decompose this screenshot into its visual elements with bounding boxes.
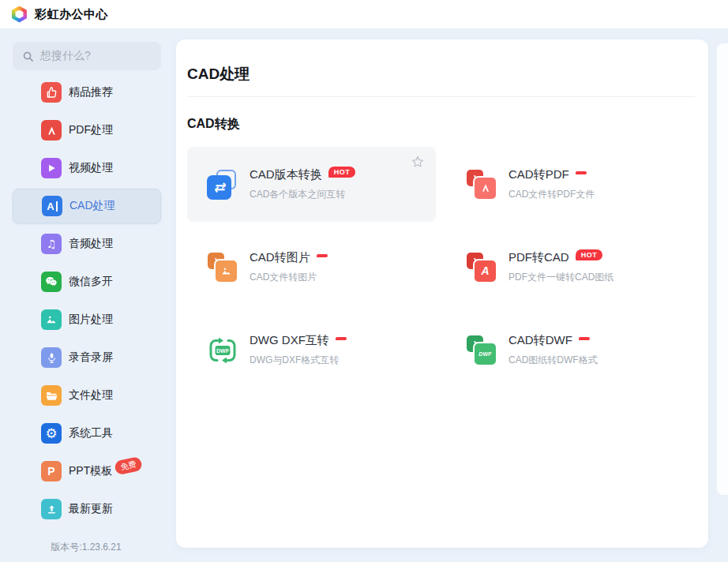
hot-badge [336, 337, 347, 340]
tool-card-cad-to-dwf[interactable]: ↘DWF CAD转DWF CAD图纸转DWF格式 [446, 313, 695, 388]
sidebar-item-featured[interactable]: 精品推荐 [13, 75, 161, 110]
sidebar-item-video[interactable]: 视频处理 [13, 151, 161, 185]
tool-card-title: CAD版本转换 [250, 167, 322, 181]
sidebar-item-label: 精品推荐 [69, 85, 113, 99]
free-badge: 免费 [114, 456, 143, 476]
tool-card-title: DWG DXF互转 [250, 333, 329, 347]
search-input[interactable]: 想搜什么? [13, 42, 161, 70]
pdf-logo-icon [41, 120, 62, 140]
hot-badge: HOT [576, 249, 603, 260]
main-panel: CAD处理 CAD转换 ⇄ CAD版本转换HOT CAD各个版本之间互转 ↘ C… [176, 39, 708, 548]
sidebar-menu: 精品推荐 PDF处理 视频处理 A CAD处理 ♫ 音频处理 微信多开 图片处理… [0, 75, 172, 526]
app-logo-icon [11, 6, 28, 23]
pdf-to-cad-icon: ↘A [466, 252, 497, 283]
sidebar-item-label: 图片处理 [69, 313, 113, 327]
hot-badge [579, 337, 590, 340]
sidebar-item-label: 微信多开 [69, 275, 113, 289]
tool-card-subtitle: PDF文件一键转CAD图纸 [508, 271, 614, 284]
sidebar-item-file[interactable]: 文件处理 [13, 378, 161, 413]
section-title: CAD转换 [187, 116, 695, 133]
tool-card-subtitle: CAD图纸转DWF格式 [508, 354, 598, 367]
right-panel-edge [717, 43, 728, 495]
tool-card-title: CAD转DWF [508, 333, 572, 347]
cad-to-dwf-icon: ↘DWF [466, 335, 497, 366]
sidebar-item-ppt[interactable]: P PPT模板 免费 [13, 454, 161, 489]
sidebar-item-audio[interactable]: ♫ 音频处理 [13, 227, 161, 261]
gear-icon: ⚙ [41, 423, 62, 444]
hot-badge: HOT [328, 167, 356, 178]
cad-to-pdf-icon: ↘ [466, 169, 497, 200]
sidebar-item-label: 录音录屏 [69, 350, 113, 365]
title-divider [187, 96, 695, 97]
tool-card-subtitle: CAD文件转图片 [250, 271, 328, 284]
page-title: CAD处理 [187, 39, 695, 84]
music-note-icon: ♫ [41, 234, 62, 254]
tool-card-subtitle: CAD各个版本之间互转 [250, 188, 355, 201]
image-icon [41, 309, 62, 330]
sidebar-item-update[interactable]: 最新更新 [13, 492, 161, 526]
svg-text:DWF: DWF [216, 347, 230, 353]
sidebar-item-label: 视频处理 [69, 161, 113, 175]
sidebar-item-cad[interactable]: A CAD处理 [13, 189, 161, 223]
tool-card-cad-to-image[interactable]: ↘ CAD转图片 CAD文件转图片 [187, 230, 436, 305]
cad-text-cursor-icon: A [42, 196, 62, 216]
tool-card-dwg-dxf-swap[interactable]: DWF DWG DXF互转 DWG与DXF格式互转 [187, 313, 436, 388]
swap-arrows-icon: ⇄ [207, 169, 238, 200]
tool-card-grid: ⇄ CAD版本转换HOT CAD各个版本之间互转 ↘ CAD转PDF CAD文件… [187, 147, 695, 388]
app-title: 彩虹办公中心 [35, 7, 108, 22]
sidebar-item-label: 音频处理 [69, 237, 113, 251]
sidebar: 想搜什么? 精品推荐 PDF处理 视频处理 A CAD处理 ♫ 音频处理 微信多… [0, 28, 172, 562]
app-header: 彩虹办公中心 [0, 0, 728, 28]
tool-card-title: CAD转图片 [250, 250, 310, 264]
tool-card-pdf-to-cad[interactable]: ↘A PDF转CADHOT PDF文件一键转CAD图纸 [446, 230, 695, 305]
star-icon[interactable] [411, 155, 425, 172]
tool-card-subtitle: CAD文件转PDF文件 [508, 188, 595, 201]
tool-card-cad-to-pdf[interactable]: ↘ CAD转PDF CAD文件转PDF文件 [446, 147, 695, 222]
folder-icon [41, 385, 62, 406]
thumbs-up-icon [41, 82, 62, 103]
hot-badge [317, 254, 328, 257]
ppt-icon: P [41, 461, 62, 481]
sidebar-item-label: 系统工具 [69, 426, 113, 440]
wechat-icon [41, 272, 62, 292]
search-icon [22, 51, 34, 62]
tool-card-title: PDF转CAD [508, 250, 569, 264]
play-icon [41, 158, 62, 178]
search-placeholder: 想搜什么? [40, 49, 91, 63]
sidebar-item-label: CAD处理 [69, 199, 115, 213]
dwg-dxf-cycle-icon: DWF [207, 335, 238, 366]
sidebar-item-wechat[interactable]: 微信多开 [13, 264, 161, 299]
sidebar-item-label: PPT模板 [69, 464, 112, 478]
microphone-icon [41, 347, 62, 368]
sidebar-item-record[interactable]: 录音录屏 [13, 340, 161, 375]
tool-card-cad-version-convert[interactable]: ⇄ CAD版本转换HOT CAD各个版本之间互转 [187, 147, 436, 222]
tool-card-title: CAD转PDF [508, 167, 569, 181]
sidebar-item-system[interactable]: ⚙ 系统工具 [13, 416, 161, 451]
sidebar-item-image[interactable]: 图片处理 [13, 302, 161, 337]
version-label: 版本号:1.23.6.21 [0, 541, 172, 554]
hot-badge [576, 171, 587, 174]
sidebar-item-pdf[interactable]: PDF处理 [13, 113, 161, 148]
sidebar-item-label: 文件处理 [69, 388, 113, 403]
sidebar-item-label: 最新更新 [69, 502, 113, 516]
tool-card-subtitle: DWG与DXF格式互转 [250, 354, 347, 367]
upload-icon [41, 499, 62, 519]
sidebar-item-label: PDF处理 [69, 123, 113, 137]
cad-to-image-icon: ↘ [207, 252, 238, 283]
